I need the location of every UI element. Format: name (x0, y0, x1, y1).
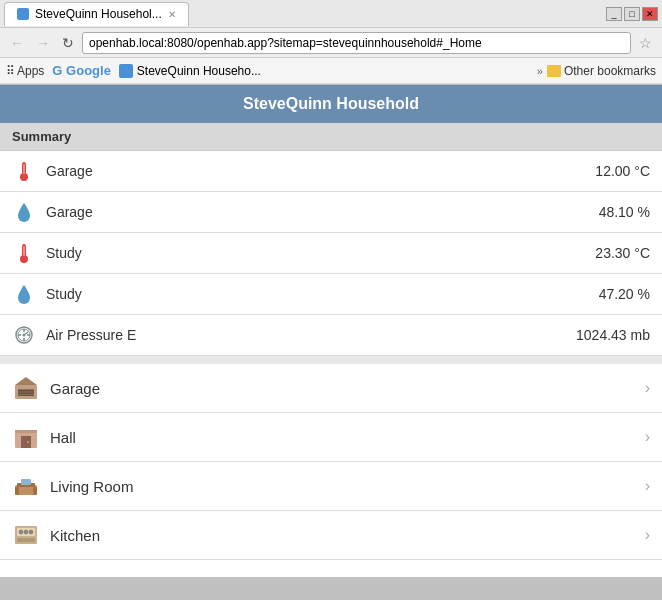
garage-room-icon (12, 374, 40, 402)
nav-guest-bedroom-label: Guest Bedroom (50, 576, 645, 578)
svg-marker-15 (15, 377, 37, 385)
chevron-right-icon: » (537, 65, 543, 77)
back-button[interactable]: ← (6, 33, 28, 53)
tab-title: SteveQuinn Househol... (35, 7, 162, 21)
humidity-icon-2 (12, 282, 36, 306)
stevequinn-bookmark[interactable]: SteveQuinn Househo... (119, 64, 261, 78)
svg-point-22 (27, 441, 29, 443)
tab-favicon (17, 8, 29, 20)
summary-garage-temp-value: 12.00 °C (595, 163, 650, 179)
summary-airpressure-value: 1024.43 mb (576, 327, 650, 343)
svg-point-4 (20, 255, 28, 263)
chevron-right-icon: › (645, 477, 650, 495)
svg-point-32 (24, 530, 28, 534)
other-bookmarks-label: Other bookmarks (564, 64, 656, 78)
nav-item-kitchen[interactable]: Kitchen › (0, 511, 662, 560)
summary-airpressure-label: Air Pressure E (46, 327, 576, 343)
close-button[interactable]: ✕ (642, 7, 658, 21)
maximize-button[interactable]: □ (624, 7, 640, 21)
chevron-right-icon: › (645, 575, 650, 577)
summary-item: Garage 48.10 % (0, 192, 662, 233)
navigation-bar: ← → ↻ ☆ (0, 28, 662, 58)
svg-rect-19 (18, 395, 34, 396)
svg-rect-23 (15, 430, 37, 433)
svg-rect-5 (23, 246, 25, 256)
address-bar[interactable] (82, 32, 631, 54)
nav-item-hall[interactable]: Hall › (0, 413, 662, 462)
svg-rect-18 (18, 393, 34, 395)
svg-rect-34 (17, 538, 35, 542)
summary-section-header: Summary (0, 123, 662, 151)
summary-garage-humidity-value: 48.10 % (599, 204, 650, 220)
thermometer-icon-2 (12, 241, 36, 265)
nav-item-guest-bedroom[interactable]: Guest Bedroom › (0, 560, 662, 577)
summary-study-humidity-label: Study (46, 286, 599, 302)
summary-item: Garage 12.00 °C (0, 151, 662, 192)
svg-point-1 (20, 173, 28, 181)
bookmark-star-icon[interactable]: ☆ (635, 35, 656, 51)
nav-section: Garage › Hall › (0, 364, 662, 577)
thermometer-icon (12, 159, 36, 183)
nav-item-garage[interactable]: Garage › (0, 364, 662, 413)
apps-bookmark[interactable]: ⠿ Apps (6, 64, 44, 78)
kitchen-icon (12, 521, 40, 549)
summary-study-humidity-value: 47.20 % (599, 286, 650, 302)
browser-tab[interactable]: SteveQuinn Househol... ✕ (4, 2, 189, 26)
summary-item: Study 23.30 °C (0, 233, 662, 274)
folder-icon (547, 65, 561, 77)
tab-close-button[interactable]: ✕ (168, 9, 176, 20)
page-header: SteveQuinn Household (0, 85, 662, 123)
summary-study-temp-label: Study (46, 245, 595, 261)
pressure-icon (12, 323, 36, 347)
svg-rect-26 (15, 487, 19, 495)
bookmarks-bar: ⠿ Apps G Google SteveQuinn Househo... » … (0, 58, 662, 84)
google-bookmark[interactable]: G Google (52, 63, 111, 78)
summary-list: Garage 12.00 °C Garage 48.10 % Study (0, 151, 662, 356)
summary-study-temp-value: 23.30 °C (595, 245, 650, 261)
other-bookmarks[interactable]: Other bookmarks (547, 64, 656, 78)
bookmark-separator: » Other bookmarks (537, 64, 656, 78)
svg-point-33 (29, 530, 33, 534)
forward-button[interactable]: → (32, 33, 54, 53)
chevron-right-icon: › (645, 526, 650, 544)
nav-garage-label: Garage (50, 380, 645, 397)
refresh-button[interactable]: ↻ (58, 33, 78, 53)
title-bar: SteveQuinn Househol... ✕ _ □ ✕ (0, 0, 662, 28)
guest-bedroom-icon (12, 570, 40, 577)
nav-item-living-room[interactable]: Living Room › (0, 462, 662, 511)
humidity-icon (12, 200, 36, 224)
minimize-button[interactable]: _ (606, 7, 622, 21)
summary-garage-humidity-label: Garage (46, 204, 599, 220)
summary-garage-temp-label: Garage (46, 163, 595, 179)
nav-living-room-label: Living Room (50, 478, 645, 495)
bookmark-label: SteveQuinn Househo... (137, 64, 261, 78)
chevron-right-icon: › (645, 428, 650, 446)
summary-item: Air Pressure E 1024.43 mb (0, 315, 662, 356)
apps-icon: ⠿ (6, 64, 15, 78)
window-controls: _ □ ✕ (606, 7, 658, 21)
svg-point-31 (19, 530, 23, 534)
nav-kitchen-label: Kitchen (50, 527, 645, 544)
page-content: SteveQuinn Household Summary Garage 12.0… (0, 85, 662, 577)
summary-item: Study 47.20 % (0, 274, 662, 315)
svg-rect-28 (21, 479, 31, 485)
svg-rect-27 (33, 487, 37, 495)
living-room-icon (12, 472, 40, 500)
svg-rect-2 (23, 164, 25, 174)
apps-label: Apps (17, 64, 44, 78)
svg-rect-21 (21, 436, 31, 448)
hall-room-icon (12, 423, 40, 451)
bookmark-favicon-icon (119, 64, 133, 78)
svg-rect-17 (18, 390, 34, 392)
chevron-right-icon: › (645, 379, 650, 397)
nav-hall-label: Hall (50, 429, 645, 446)
page-title: SteveQuinn Household (243, 95, 419, 112)
